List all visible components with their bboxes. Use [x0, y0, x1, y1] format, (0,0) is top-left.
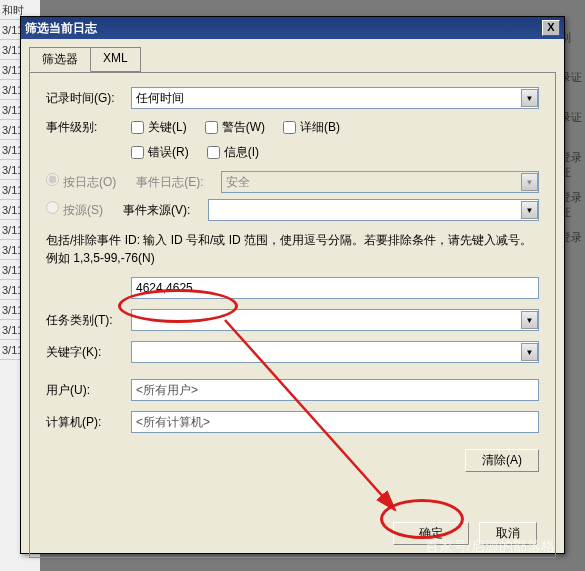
- check-warning[interactable]: 警告(W): [205, 119, 265, 136]
- radio-by-log[interactable]: 按日志(O): [46, 173, 116, 191]
- tab-filter[interactable]: 筛选器: [29, 47, 91, 72]
- panel: 记录时间(G): 任何时间 ▼ 事件级别: 关键(L) 警告(W) 详细(B) …: [29, 72, 556, 558]
- chevron-down-icon: ▼: [521, 173, 538, 191]
- chevron-down-icon[interactable]: ▼: [521, 89, 538, 107]
- titlebar: 筛选当前日志 X: [21, 17, 564, 39]
- radio-by-source[interactable]: 按源(S): [46, 201, 103, 219]
- event-log-label: 事件日志(E):: [136, 174, 221, 191]
- task-category-select[interactable]: ▼: [131, 309, 539, 331]
- computer-label: 计算机(P):: [46, 414, 131, 431]
- check-verbose[interactable]: 详细(B): [283, 119, 340, 136]
- event-id-input[interactable]: [131, 277, 539, 299]
- event-source-label: 事件来源(V):: [123, 202, 208, 219]
- event-source-select[interactable]: ▼: [208, 199, 539, 221]
- keywords-select[interactable]: ▼: [131, 341, 539, 363]
- ok-button[interactable]: 确定: [393, 522, 469, 545]
- record-time-select[interactable]: 任何时间 ▼: [131, 87, 539, 109]
- keywords-label: 关键字(K):: [46, 344, 131, 361]
- check-error[interactable]: 错误(R): [131, 144, 189, 161]
- clear-button[interactable]: 清除(A): [465, 449, 539, 472]
- record-time-label: 记录时间(G):: [46, 90, 131, 107]
- instruction-text: 包括/排除事件 ID: 输入 ID 号和/或 ID 范围，使用逗号分隔。若要排除…: [46, 231, 539, 267]
- tabs: 筛选器 XML: [29, 47, 556, 72]
- event-log-value: 安全: [226, 174, 250, 191]
- filter-dialog: 筛选当前日志 X 筛选器 XML 记录时间(G): 任何时间 ▼ 事件级别: 关…: [20, 16, 565, 554]
- user-label: 用户(U):: [46, 382, 131, 399]
- close-button[interactable]: X: [542, 20, 560, 36]
- task-category-label: 任务类别(T):: [46, 312, 131, 329]
- cancel-button[interactable]: 取消: [479, 522, 537, 545]
- dialog-title: 筛选当前日志: [25, 20, 97, 37]
- chevron-down-icon[interactable]: ▼: [521, 201, 538, 219]
- event-level-label: 事件级别:: [46, 119, 131, 136]
- check-critical[interactable]: 关键(L): [131, 119, 187, 136]
- record-time-value: 任何时间: [136, 90, 184, 107]
- computer-input[interactable]: [131, 411, 539, 433]
- tab-xml[interactable]: XML: [90, 47, 141, 72]
- event-log-select: 安全 ▼: [221, 171, 539, 193]
- chevron-down-icon[interactable]: ▼: [521, 311, 538, 329]
- check-info[interactable]: 信息(I): [207, 144, 259, 161]
- user-input[interactable]: [131, 379, 539, 401]
- chevron-down-icon[interactable]: ▼: [521, 343, 538, 361]
